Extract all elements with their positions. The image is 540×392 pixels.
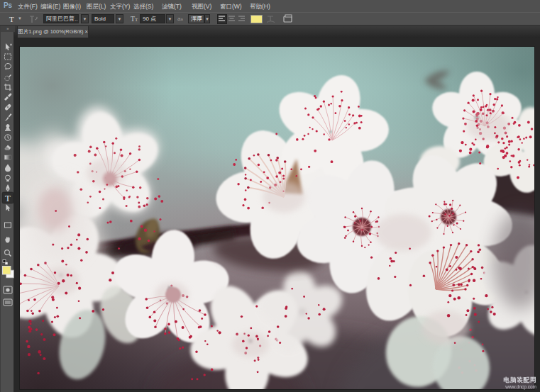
svg-text:T: T [5,193,11,203]
